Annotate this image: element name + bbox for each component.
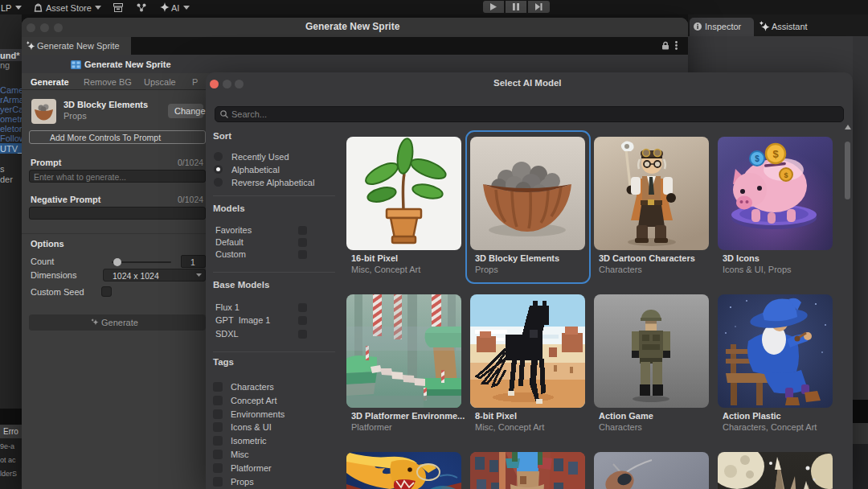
svg-text:$: $ bbox=[772, 148, 779, 160]
svg-text:$: $ bbox=[784, 171, 788, 179]
svg-text:$: $ bbox=[755, 154, 760, 163]
